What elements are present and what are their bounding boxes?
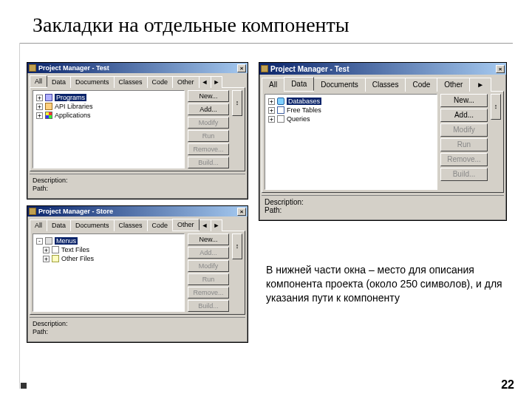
description-label: Description: xyxy=(265,198,501,206)
freetables-icon xyxy=(277,106,284,114)
slide-caption: В нижней части окна – место для описания… xyxy=(266,263,502,305)
add-button[interactable]: Add... xyxy=(188,103,229,115)
tab-classes[interactable]: Classes xyxy=(114,76,148,88)
description-label: Description: xyxy=(33,320,242,328)
tab-scroll-left[interactable]: ◄ xyxy=(199,76,211,88)
tree-item[interactable]: Free Tables xyxy=(287,106,321,114)
tab-scroll-right[interactable]: ► xyxy=(211,219,223,231)
app-icon xyxy=(261,65,268,72)
expand-icon[interactable]: + xyxy=(268,107,275,114)
divider-vertical xyxy=(19,43,20,389)
tree-item[interactable]: Text Files xyxy=(61,246,89,253)
titlebar[interactable]: Project Manager - Store × xyxy=(27,206,248,216)
modify-button[interactable]: Modify xyxy=(188,117,229,129)
tab-other[interactable]: Other xyxy=(437,78,470,92)
tab-bar: All Data Documents Classes Code Other ◄ … xyxy=(27,73,248,87)
tab-classes[interactable]: Classes xyxy=(365,78,406,92)
tab-all[interactable]: All xyxy=(30,219,47,231)
button-column: New... Add... Modify Run Remove... Build… xyxy=(440,94,488,190)
new-button[interactable]: New... xyxy=(440,94,488,107)
tab-other[interactable]: Other xyxy=(172,219,200,231)
new-button[interactable]: New... xyxy=(188,233,229,245)
project-tree[interactable]: +Programs +API Libraries +Applications xyxy=(33,90,185,168)
tree-item[interactable]: Other Files xyxy=(61,255,94,262)
run-button[interactable]: Run xyxy=(188,273,229,285)
applications-icon xyxy=(45,112,52,119)
tab-all[interactable]: All xyxy=(262,78,284,92)
tree-item[interactable]: Applications xyxy=(55,112,91,119)
window-title: Project Manager - Store xyxy=(38,208,236,215)
tab-documents[interactable]: Documents xyxy=(313,78,366,92)
run-button[interactable]: Run xyxy=(440,138,488,151)
menus-icon xyxy=(45,237,52,245)
tab-documents[interactable]: Documents xyxy=(70,76,115,88)
app-icon xyxy=(29,64,36,72)
close-button[interactable]: × xyxy=(237,208,246,216)
expand-icon[interactable]: + xyxy=(43,247,50,253)
collapse-icon[interactable]: - xyxy=(36,238,43,245)
expand-icon[interactable]: + xyxy=(36,103,43,110)
description-panel: Description: Path: xyxy=(262,195,504,218)
window-title: Project Manager - Test xyxy=(38,64,236,72)
description-label: Description: xyxy=(33,177,242,185)
tree-item[interactable]: Queries xyxy=(287,115,310,123)
tree-item[interactable]: API Libraries xyxy=(55,103,93,110)
tab-bar: All Data Documents Classes Code Other ► xyxy=(259,75,506,91)
description-panel: Description: Path: xyxy=(30,317,245,340)
run-button[interactable]: Run xyxy=(188,130,229,142)
close-button[interactable]: × xyxy=(496,65,505,73)
api-icon xyxy=(45,103,52,110)
tree-item[interactable]: Menus xyxy=(55,237,78,245)
expand-icon[interactable]: + xyxy=(36,95,43,101)
path-label: Path: xyxy=(33,328,242,336)
tab-documents[interactable]: Documents xyxy=(70,219,115,231)
tab-scroll-left[interactable]: ◄ xyxy=(199,219,211,231)
page-number: 22 xyxy=(501,378,514,392)
tab-code[interactable]: Code xyxy=(147,219,174,231)
build-button[interactable]: Build... xyxy=(440,168,488,181)
remove-button[interactable]: Remove... xyxy=(188,143,229,155)
add-button[interactable]: Add... xyxy=(188,247,229,259)
footer-bullet xyxy=(21,383,27,389)
path-label: Path: xyxy=(33,185,242,193)
collapse-button[interactable]: ↕ xyxy=(232,90,242,116)
collapse-button[interactable]: ↕ xyxy=(491,94,501,120)
tab-data[interactable]: Data xyxy=(47,219,71,231)
modify-button[interactable]: Modify xyxy=(440,123,488,137)
tree-item[interactable]: Databases xyxy=(287,98,321,105)
close-button[interactable]: × xyxy=(237,64,246,72)
titlebar[interactable]: Project Manager - Test × xyxy=(27,63,248,73)
expand-icon[interactable]: + xyxy=(43,256,50,262)
database-icon xyxy=(277,98,284,105)
tab-data[interactable]: Data xyxy=(47,76,71,88)
queries-icon xyxy=(277,115,284,123)
project-manager-window-3: Project Manager - Test × All Data Docume… xyxy=(259,62,507,221)
tab-scroll-right[interactable]: ► xyxy=(211,76,223,88)
expand-icon[interactable]: + xyxy=(268,116,275,123)
project-tree[interactable]: +Databases +Free Tables +Queries xyxy=(265,94,437,190)
window-title: Project Manager - Test xyxy=(270,65,495,73)
build-button[interactable]: Build... xyxy=(188,300,229,312)
build-button[interactable]: Build... xyxy=(188,157,229,168)
tab-other[interactable]: Other xyxy=(172,76,200,88)
titlebar[interactable]: Project Manager - Test × xyxy=(259,63,506,75)
tab-code[interactable]: Code xyxy=(147,76,174,88)
tab-all[interactable]: All xyxy=(30,75,47,87)
remove-button[interactable]: Remove... xyxy=(440,153,488,166)
expand-icon[interactable]: + xyxy=(268,98,275,105)
tab-data[interactable]: Data xyxy=(284,77,314,91)
modify-button[interactable]: Modify xyxy=(188,260,229,272)
collapse-button[interactable]: ↕ xyxy=(232,233,242,259)
tree-item[interactable]: Programs xyxy=(55,94,86,101)
remove-button[interactable]: Remove... xyxy=(188,287,229,299)
tab-classes[interactable]: Classes xyxy=(114,219,148,231)
expand-icon[interactable]: + xyxy=(36,112,43,119)
add-button[interactable]: Add... xyxy=(440,109,488,122)
project-tree[interactable]: -Menus +Text Files +Other Files xyxy=(33,233,185,312)
otherfiles-icon xyxy=(52,255,59,262)
tab-scroll-right[interactable]: ► xyxy=(469,78,491,92)
new-button[interactable]: New... xyxy=(188,90,229,102)
tab-code[interactable]: Code xyxy=(405,78,437,92)
description-panel: Description: Path: xyxy=(30,174,245,197)
button-column: New... Add... Modify Run Remove... Build… xyxy=(188,233,229,312)
